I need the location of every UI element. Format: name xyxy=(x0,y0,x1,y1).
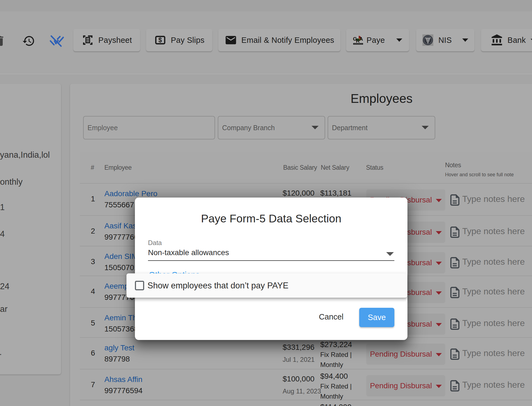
svg-text:$: $ xyxy=(158,37,162,44)
svg-text:A: A xyxy=(359,36,363,42)
svg-text:8: 8 xyxy=(427,38,429,41)
